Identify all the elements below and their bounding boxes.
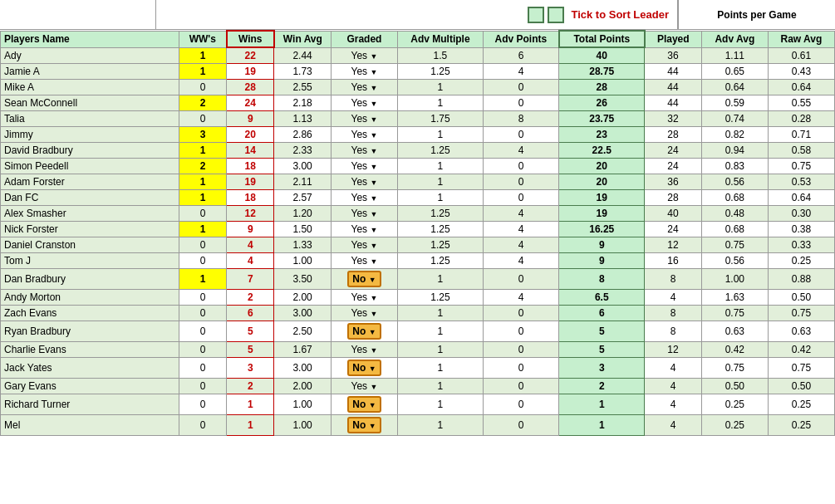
played-cell: 36 xyxy=(645,174,702,190)
player-name-cell: Adam Forster xyxy=(1,174,179,190)
played-cell: 12 xyxy=(645,237,702,253)
graded-cell[interactable]: Yes ▼ xyxy=(331,159,397,174)
win-avg-cell: 2.50 xyxy=(274,321,332,342)
raw-avg-cell: 0.64 xyxy=(768,190,834,206)
graded-cell[interactable]: Yes ▼ xyxy=(331,290,397,306)
win-avg-cell: 2.86 xyxy=(274,127,332,143)
player-name-cell: Jamie A xyxy=(1,64,179,80)
total-points-cell: 6 xyxy=(559,306,645,321)
wins-cell: 9 xyxy=(227,222,274,237)
adv-points-cell: 4 xyxy=(483,237,558,253)
graded-cell[interactable]: Yes ▼ xyxy=(331,190,397,206)
adv-multiple-cell: 1 xyxy=(397,321,483,342)
ww-cell: 1 xyxy=(179,47,226,64)
total-points-cell: 6.5 xyxy=(559,290,645,306)
table-row: Adam Forster1192.11Yes ▼1020360.560.53 xyxy=(1,174,835,190)
wins-cell: 5 xyxy=(227,321,274,342)
adv-points-cell: 4 xyxy=(483,222,558,237)
adv-multiple-cell: 1 xyxy=(397,159,483,174)
adv-avg-cell: 0.75 xyxy=(701,358,768,379)
graded-cell[interactable]: Yes ▼ xyxy=(331,174,397,190)
total-points-cell: 5 xyxy=(559,321,645,342)
total-points-cell: 22.5 xyxy=(559,143,645,159)
wins-cell: 9 xyxy=(227,111,274,127)
adv-points-cell: 0 xyxy=(483,321,558,342)
graded-cell[interactable]: Yes ▼ xyxy=(331,222,397,237)
graded-cell[interactable]: Yes ▼ xyxy=(331,64,397,80)
played-cell: 8 xyxy=(645,269,702,290)
adv-multiple-cell: 1 xyxy=(397,306,483,321)
graded-cell[interactable]: No ▼ xyxy=(331,415,397,436)
col-adv-points: Adv Points xyxy=(483,31,558,47)
total-points-cell: 9 xyxy=(559,237,645,253)
sort-checkbox-1[interactable] xyxy=(528,7,544,23)
graded-cell[interactable]: No ▼ xyxy=(331,321,397,342)
graded-cell[interactable]: No ▼ xyxy=(331,269,397,290)
raw-avg-cell: 0.58 xyxy=(768,143,834,159)
table-row: Gary Evans022.00Yes ▼10240.500.50 xyxy=(1,379,835,394)
raw-avg-cell: 0.88 xyxy=(768,269,834,290)
adv-avg-cell: 0.75 xyxy=(701,237,768,253)
raw-avg-cell: 0.43 xyxy=(768,64,834,80)
raw-avg-cell: 0.25 xyxy=(768,253,834,269)
adv-points-cell: 0 xyxy=(483,159,558,174)
adv-multiple-cell: 1.25 xyxy=(397,143,483,159)
adv-points-cell: 4 xyxy=(483,143,558,159)
adv-avg-cell: 0.64 xyxy=(701,80,768,95)
total-points-cell: 28 xyxy=(559,80,645,95)
wins-cell: 4 xyxy=(227,237,274,253)
raw-avg-cell: 0.75 xyxy=(768,306,834,321)
wins-cell: 7 xyxy=(227,269,274,290)
graded-cell[interactable]: No ▼ xyxy=(331,394,397,415)
graded-cell[interactable]: No ▼ xyxy=(331,358,397,379)
graded-cell[interactable]: Yes ▼ xyxy=(331,80,397,95)
graded-cell[interactable]: Yes ▼ xyxy=(331,379,397,394)
graded-cell[interactable]: Yes ▼ xyxy=(331,111,397,127)
raw-avg-cell: 0.28 xyxy=(768,111,834,127)
adv-points-cell: 0 xyxy=(483,358,558,379)
raw-avg-cell: 0.75 xyxy=(768,159,834,174)
ww-cell: 0 xyxy=(179,237,226,253)
player-name-cell: David Bradbury xyxy=(1,143,179,159)
graded-cell[interactable]: Yes ▼ xyxy=(331,143,397,159)
wins-cell: 18 xyxy=(227,190,274,206)
total-points-cell: 23.75 xyxy=(559,111,645,127)
total-points-cell: 23 xyxy=(559,127,645,143)
graded-cell[interactable]: Yes ▼ xyxy=(331,206,397,222)
total-points-cell: 40 xyxy=(559,47,645,64)
table-row: Ryan Bradbury052.50No ▼10580.630.63 xyxy=(1,321,835,342)
win-avg-cell: 1.33 xyxy=(274,237,332,253)
adv-avg-cell: 1.11 xyxy=(701,47,768,64)
win-avg-cell: 1.67 xyxy=(274,342,332,358)
graded-cell[interactable]: Yes ▼ xyxy=(331,342,397,358)
graded-cell[interactable]: Yes ▼ xyxy=(331,306,397,321)
wins-cell: 20 xyxy=(227,127,274,143)
raw-avg-cell: 0.71 xyxy=(768,127,834,143)
graded-cell[interactable]: Yes ▼ xyxy=(331,95,397,111)
top-bar-left xyxy=(0,0,156,29)
adv-points-cell: 4 xyxy=(483,206,558,222)
graded-cell[interactable]: Yes ▼ xyxy=(331,47,397,64)
adv-points-cell: 0 xyxy=(483,174,558,190)
sort-checkbox-2[interactable] xyxy=(548,7,564,23)
total-points-cell: 1 xyxy=(559,415,645,436)
graded-cell[interactable]: Yes ▼ xyxy=(331,253,397,269)
adv-multiple-cell: 1 xyxy=(397,269,483,290)
adv-multiple-cell: 1 xyxy=(397,394,483,415)
played-cell: 4 xyxy=(645,394,702,415)
main-container: Tick to Sort Leader Points per Game Play… xyxy=(0,0,835,436)
header-row: Players Name WW's Wins Win Avg Graded Ad… xyxy=(1,31,835,47)
win-avg-cell: 3.00 xyxy=(274,306,332,321)
played-cell: 8 xyxy=(645,321,702,342)
player-name-cell: Andy Morton xyxy=(1,290,179,306)
table-row: Charlie Evans051.67Yes ▼105120.420.42 xyxy=(1,342,835,358)
total-points-cell: 28.75 xyxy=(559,64,645,80)
wins-cell: 1 xyxy=(227,415,274,436)
graded-cell[interactable]: Yes ▼ xyxy=(331,127,397,143)
raw-avg-cell: 0.42 xyxy=(768,342,834,358)
player-name-cell: Jimmy xyxy=(1,127,179,143)
ww-cell: 0 xyxy=(179,80,226,95)
adv-avg-cell: 0.68 xyxy=(701,190,768,206)
adv-points-cell: 4 xyxy=(483,64,558,80)
graded-cell[interactable]: Yes ▼ xyxy=(331,237,397,253)
